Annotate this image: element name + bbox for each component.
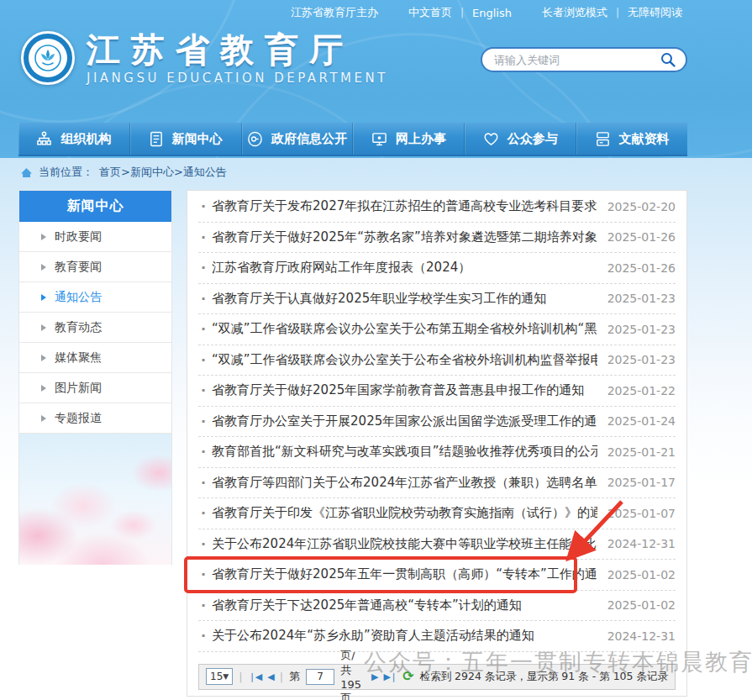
nav-item-online-service[interactable]: 网上办事 [353,123,465,155]
notice-date: 2024-12-31 [607,537,676,550]
pagination-bar: 15 ▼ | ❘◀ ◀ | 第 页/共 195 页 ▶ ▶❘ ⟳ 检索到 292… [198,664,676,690]
notice-title[interactable]: 省教育厅关于印发《江苏省职业院校劳动教育实施指南（试行）》的通知 [212,505,597,521]
notice-title[interactable]: 省教育厅关于下达2025年普通高校“专转本”计划的通知 [212,597,597,613]
first-page-icon[interactable]: ❘◀ [249,671,262,682]
triangle-bullet-icon [41,324,46,331]
list-item[interactable]: · 省教育厅办公室关于开展2025年国家公派出国留学选派受理工作的通知 2025… [198,407,676,438]
notice-title[interactable]: 教育部首批“新文科研究与改革实践项目”结题验收推荐优秀项目的公示 [212,444,597,460]
list-item[interactable]: · “双减”工作省级联席会议办公室关于公布第五期全省校外培训机构“黑白名单… 2… [198,314,676,345]
nav-label: 新闻中心 [172,131,223,147]
notice-title[interactable]: “双减”工作省级联席会议办公室关于公布第五期全省校外培训机构“黑白名单… [212,321,597,337]
notice-date: 2025-01-02 [607,568,676,582]
notice-title[interactable]: 省教育厅关于发布2027年拟在江苏招生的普通高校专业选考科目要求的公告 [212,198,597,214]
notice-title[interactable]: 省教育厅关于认真做好2025年职业学校学生实习工作的通知 [212,291,597,307]
nav-item-organization[interactable]: 组织机构 [18,123,130,155]
list-bullet: · [201,628,206,644]
sidebar-item-label: 专题报道 [55,411,102,426]
notice-title[interactable]: 省教育厅关于做好2025年五年一贯制高职（高师）“专转本”工作的通知 [212,566,597,582]
sidebar-title: 新闻中心 [19,191,171,222]
notice-title[interactable]: 关于公布2024年江苏省职业院校技能大赛中等职业学校班主任能力比赛获奖 [212,536,597,552]
page-word-prefix: 第 [289,669,300,684]
list-item[interactable]: · 关于公布2024年江苏省职业院校技能大赛中等职业学校班主任能力比赛获奖 20… [198,529,676,561]
sidebar-item[interactable]: 通知公告 [19,282,171,313]
triangle-bullet-icon [41,415,46,422]
next-page-icon[interactable]: ▶ [371,671,377,682]
sidebar-item[interactable]: 教育动态 [19,313,171,343]
list-item[interactable]: · 江苏省教育厅政府网站工作年度报表（2024） 2025-01-26 [198,253,676,284]
search-icon[interactable] [659,50,677,69]
nav-item-documents[interactable]: 文献资料 [576,123,687,155]
list-bullet: · [201,229,206,245]
sidebar-item[interactable]: 时政要闻 [19,222,171,252]
list-item[interactable]: · 教育部首批“新文科研究与改革实践项目”结题验收推荐优秀项目的公示 2025-… [198,437,676,468]
sidebar-menu: 时政要闻 教育要闻 通知公告 教育动态 媒体聚焦 图片新闻 专题报道 [19,222,171,434]
list-item[interactable]: · 省教育厅关于做好2025年“苏教名家”培养对象遴选暨第二期培养对象终期… 2… [198,223,676,254]
topbar-divider: | [460,7,464,18]
list-bullet: · [201,566,206,582]
accessibility-link[interactable]: 无障碍阅读 [628,5,682,20]
online-service-icon [371,131,387,147]
lotus-emblem-icon [29,39,67,77]
notice-title[interactable]: 关于公布2024年“苏乡永助”资助育人主题活动结果的通知 [212,628,597,644]
nav-item-news-center[interactable]: 新闻中心 [130,123,242,155]
breadcrumb-path[interactable]: 首页>新闻中心>通知公告 [99,165,227,180]
notice-title[interactable]: 省教育厅办公室关于开展2025年国家公派出国留学选派受理工作的通知 [212,413,597,429]
notice-date: 2025-01-23 [607,292,676,305]
prev-page-icon[interactable]: ◀ [267,671,273,682]
page-word-suffix: 页/共 195 页 [340,648,365,700]
sidebar-item-label: 媒体聚焦 [55,350,102,366]
list-item[interactable]: · 省教育厅关于印发《江苏省职业院校劳动教育实施指南（试行）》的通知 2025-… [198,498,676,529]
notice-date: 2025-01-17 [607,476,676,489]
nav-label: 公众参与 [507,131,558,147]
notice-title[interactable]: 省教育厅关于做好2025年“苏教名家”培养对象遴选暨第二期培养对象终期… [212,229,597,245]
nav-item-public-participation[interactable]: 公众参与 [465,123,576,155]
magnolia-flower-image [19,434,171,565]
info-disclosure-icon [247,131,263,147]
nav-label: 组织机构 [60,131,111,147]
pager-divider: | [239,671,242,683]
notice-date: 2025-01-02 [607,598,676,612]
list-item[interactable]: · 关于公布2024年“苏乡永助”资助育人主题活动结果的通知 2024-12-3… [198,621,676,652]
notice-date: 2025-01-26 [607,261,676,275]
notice-date: 2025-01-26 [607,230,676,244]
elder-mode-link[interactable]: 长者浏览模式 [542,5,607,20]
page-size-select[interactable]: 15 ▼ [206,668,233,685]
host-link[interactable]: 江苏省教育厅主办 [291,5,378,20]
sidebar-item[interactable]: 教育要闻 [19,252,171,282]
english-link[interactable]: English [472,7,512,19]
main-nav: 组织机构 新闻中心 政府信息公开 [18,123,687,156]
list-item[interactable]: · 省教育厅关于发布2027年拟在江苏招生的普通高校专业选考科目要求的公告 20… [198,192,676,223]
notice-list: · 省教育厅关于发布2027年拟在江苏招生的普通高校专业选考科目要求的公告 20… [198,192,676,652]
list-bullet: · [201,198,206,214]
notice-title[interactable]: 江苏省教育厅政府网站工作年度报表（2024） [212,260,597,276]
list-bullet: · [201,536,206,552]
sidebar-item-label: 教育要闻 [55,260,102,275]
refresh-icon[interactable]: ⟳ [402,670,413,683]
notice-title[interactable]: 省教育厅等四部门关于公布2024年江苏省产业教授（兼职）选聘名单的通知 [212,475,597,491]
list-item[interactable]: · 省教育厅关于做好2025年五年一贯制高职（高师）“专转本”工作的通知 202… [198,560,676,591]
nav-label: 文献资料 [619,131,670,147]
list-item[interactable]: · 省教育厅等四部门关于公布2024年江苏省产业教授（兼职）选聘名单的通知 20… [198,468,676,499]
breadcrumb: 当前位置： 首页>新闻中心>通知公告 [0,158,752,187]
notice-title[interactable]: 省教育厅关于做好2025年国家学前教育普及普惠县申报工作的通知 [212,382,597,398]
list-item[interactable]: · 省教育厅关于下达2025年普通高校“专转本”计划的通知 2025-01-02 [198,591,676,622]
triangle-bullet-icon [41,294,46,301]
chinese-home-link[interactable]: 中文首页 [408,5,452,20]
sidebar-item[interactable]: 媒体聚焦 [19,343,171,373]
sidebar-item[interactable]: 图片新闻 [19,373,171,403]
search-input[interactable] [494,54,659,66]
sidebar-item[interactable]: 专题报道 [19,403,171,434]
list-item[interactable]: · “双减”工作省级联席会议办公室关于公布全省校外培训机构监督举报电话的公… 2… [198,345,676,376]
last-page-icon[interactable]: ▶❘ [384,671,397,682]
notice-panel: · 省教育厅关于发布2027年拟在江苏招生的普通高校专业选考科目要求的公告 20… [187,190,687,697]
notice-date: 2025-01-22 [607,384,676,397]
select-caret-icon: ▼ [223,672,229,681]
list-item[interactable]: · 省教育厅关于认真做好2025年职业学校学生实习工作的通知 2025-01-2… [198,284,676,315]
nav-item-gov-info[interactable]: 政府信息公开 [242,123,354,155]
list-bullet: · [201,444,206,460]
documents-icon [595,131,611,147]
list-item[interactable]: · 省教育厅关于做好2025年国家学前教育普及普惠县申报工作的通知 2025-0… [198,376,676,407]
notice-date: 2025-02-20 [607,200,676,213]
page-number-input[interactable] [306,669,334,685]
notice-title[interactable]: “双减”工作省级联席会议办公室关于公布全省校外培训机构监督举报电话的公… [212,352,597,368]
